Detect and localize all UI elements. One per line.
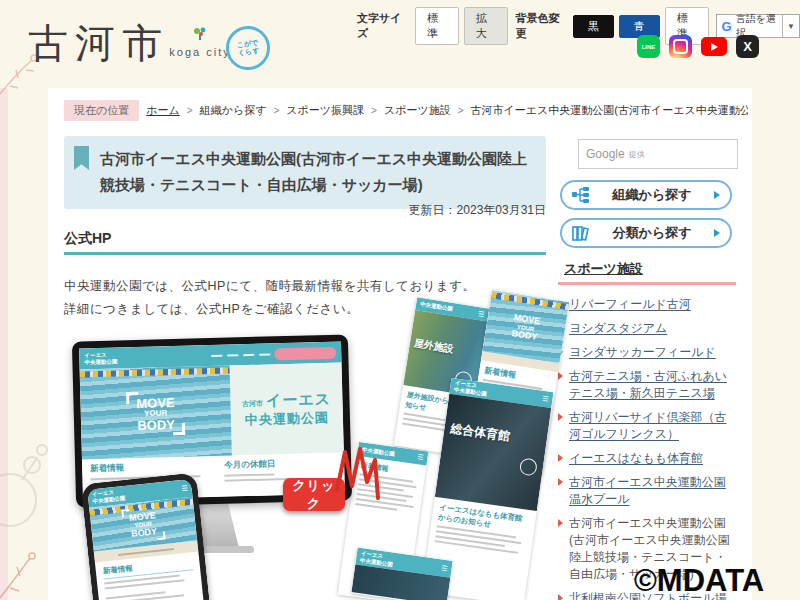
list-item: 古河テニス場・古河ふれあいテニス場・新久田テニス場 (558, 368, 736, 402)
arrow-bullet-icon (558, 478, 563, 486)
hamburger-icon: ☰ (181, 484, 188, 493)
mockup-site-name: 古河市 イーエス 中央運動公園 (230, 363, 344, 456)
sidebar-facility-links: リバーフィールド古河 ヨシダスタジアム ヨシダサッカーフィールド 古河テニス場・… (558, 296, 736, 600)
facility-link[interactable]: ヨシダサッカーフィールド (569, 344, 716, 361)
hero-line: BODY (130, 527, 157, 539)
x-twitter-icon[interactable]: X (736, 35, 759, 58)
site-name-sub: 中央運動公園 (245, 408, 329, 428)
list-item: 古河リバーサイド倶楽部（古河ゴルフリンクス） (558, 409, 736, 443)
hero-line: MOVE (136, 396, 175, 411)
section-heading-underline (64, 252, 546, 255)
bookmark-icon (74, 146, 89, 170)
google-logo-icon: G (722, 19, 732, 34)
facility-link[interactable]: ヨシダスタジアム (569, 320, 667, 337)
squiggle-arrow-icon (334, 446, 382, 504)
youtube-play-glyph (711, 43, 718, 51)
mockup-logo-line: 中央運動公園 (84, 358, 117, 365)
lane-flags (80, 368, 230, 378)
mockup-pink-button (274, 346, 336, 360)
google-brand-label: Google (586, 147, 625, 161)
breadcrumb: 現在の位置 ホーム > 組織から探す > スポーツ振興課 > スポーツ施設 > … (64, 100, 748, 121)
mockup-site-logo: イーエス 中央運動公園 (92, 488, 126, 505)
pool-photo: MOVE YOUR BODY (482, 290, 569, 363)
bg-black-button[interactable]: 黒 (573, 15, 614, 38)
chevron-icon: > (458, 105, 464, 116)
mockup-nav-links (211, 353, 270, 357)
list-item: リバーフィールド古河 (558, 296, 736, 313)
arrow-bullet-icon (558, 372, 563, 380)
breadcrumb-item[interactable]: スポーツ振興課 (286, 103, 364, 118)
site-logo[interactable]: 古河市 (28, 16, 169, 71)
breadcrumb-item[interactable]: スポーツ施設 (384, 103, 451, 118)
gym-photo-label: 総合体育館 (449, 420, 511, 445)
line-icon[interactable]: LINE (637, 35, 660, 58)
breadcrumb-label: 現在の位置 (64, 100, 139, 121)
closed-days-heading: 今月の休館日 (224, 457, 336, 472)
instagram-camera-glyph (673, 39, 688, 54)
facility-link[interactable]: 古河テニス場・古河ふれあいテニス場・新久田テニス場 (569, 368, 736, 402)
outdoor-photo-label: 屋外施設 (413, 336, 455, 356)
facility-link[interactable]: リバーフィールド古河 (569, 296, 691, 313)
facility-link[interactable]: イーエスはなもも体育館 (569, 450, 703, 467)
hero-slogan: MOVE YOUR BODY (136, 396, 175, 433)
lane-flags (491, 292, 569, 310)
bracket-icon (173, 423, 185, 435)
text-line-placeholder (224, 473, 274, 476)
mockup-hero: MOVE YOUR BODY 古河市 イーエス 中央運動公園 (80, 363, 344, 460)
arrow-right-icon (714, 191, 720, 199)
pool-photo: MOVE YOUR BODY (80, 366, 232, 460)
official-hp-mockup-image[interactable]: 中央運動公園 ☰ 屋外施設 屋外施設からのお知らせ (58, 296, 570, 600)
body-paragraph: 中央運動公園では、公式HPにて、随時最新情報を共有しております。 (64, 278, 476, 295)
mdata-watermark: ©MDATA (634, 563, 764, 599)
hamburger-icon: ☰ (417, 453, 424, 462)
button-label: 組織から探す (590, 186, 714, 204)
hamburger-icon: ☰ (441, 564, 448, 573)
left-accent-strip (0, 88, 8, 600)
hamburger-icon: ☰ (542, 395, 549, 404)
search-by-organization-button[interactable]: 組織から探す (560, 180, 732, 210)
facility-link[interactable]: 古河市イーエス中央運動公園温水プール (569, 474, 736, 508)
list-item: 古河市イーエス中央運動公園温水プール (558, 474, 736, 508)
site-name-main: イーエス (266, 389, 332, 410)
list-item: ヨシダスタジアム (558, 320, 736, 337)
smartphone-mockup: イーエス 中央運動公園 ☰ MOVE YOUR BODY (81, 472, 212, 600)
tree-icon (192, 27, 208, 40)
hamburger-icon: ☰ (477, 309, 484, 318)
page-title-box: 古河市イーエス中央運動公園(古河市イーエス中央運動公園陸上競技場・テニスコート・… (64, 136, 546, 209)
hero-slogan: MOVE YOUR BODY (511, 313, 541, 342)
bg-color-label: 背景色変更 (516, 11, 565, 41)
font-large-button[interactable]: 拡大 (464, 7, 508, 45)
google-search-input[interactable]: Google 提供 (578, 139, 738, 169)
mockup-site-logo: イーエス 中央運動公園 (84, 351, 117, 365)
breadcrumb-home-link[interactable]: ホーム (146, 103, 180, 118)
sidebar-divider (558, 282, 736, 285)
page-title: 古河市イーエス中央運動公園(古河市イーエス中央運動公園陸上競技場・テニスコート・… (100, 146, 532, 199)
dropdown-arrow-icon[interactable]: ▼ (782, 15, 799, 37)
font-size-label: 文字サイズ (357, 11, 407, 41)
button-label: 分類から探す (590, 224, 714, 242)
hero-line: BODY (137, 418, 176, 433)
font-standard-button[interactable]: 標準 (415, 7, 459, 45)
updated-date: 更新日：2023年03月31日 (64, 202, 546, 219)
sidebar-category-heading[interactable]: スポーツ施設 (564, 260, 643, 278)
arrow-bullet-icon (558, 594, 563, 600)
youtube-icon[interactable] (701, 37, 727, 56)
bracket-icon (126, 392, 138, 404)
mockup-logo-line: イーエス (84, 352, 107, 359)
content-panel: 現在の位置 ホーム > 組織から探す > スポーツ振興課 > スポーツ施設 > … (48, 88, 752, 600)
breadcrumb-item[interactable]: 組織から探す (200, 103, 267, 118)
social-links: LINE X (637, 35, 759, 58)
site-name-small: 古河市 (242, 398, 263, 411)
bracket-icon (121, 509, 130, 518)
news-heading: 新着情報 (90, 460, 206, 475)
page-root: 古河市 koga city こがで くらす 文字サイズ 標準 拡大 背景色変更 … (0, 0, 800, 600)
org-chart-icon (572, 187, 590, 203)
instagram-icon[interactable] (669, 35, 692, 58)
breadcrumb-current: 古河市イーエス中央運動公園(古河市イーエス中央運動公園陸上競技場・テニス (471, 103, 749, 118)
arrow-bullet-icon (558, 454, 563, 462)
search-by-category-button[interactable]: 分類から探す (560, 218, 732, 248)
circle-logo-text: くらす (237, 47, 259, 58)
bracket-icon (156, 531, 165, 540)
facility-link[interactable]: 古河リバーサイド倶楽部（古河ゴルフリンクス） (569, 409, 736, 443)
google-provided-label: 提供 (629, 149, 645, 160)
